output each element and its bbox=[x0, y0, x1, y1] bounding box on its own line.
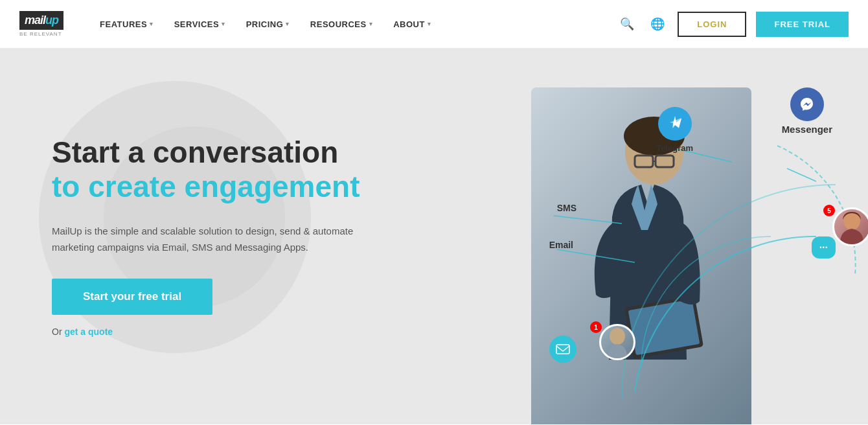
telegram-label: Telegram bbox=[656, 143, 693, 153]
sms-label: SMS bbox=[557, 203, 577, 213]
language-button[interactable]: 🌐 bbox=[647, 14, 668, 34]
email-label: Email bbox=[549, 240, 573, 250]
free-trial-button[interactable]: FREE TRIAL bbox=[756, 12, 849, 37]
hero-illustration: Telegram Messenger SMS Email bbox=[402, 49, 868, 424]
nav-item-features[interactable]: FEATURES ▾ bbox=[89, 0, 164, 49]
nav-item-services[interactable]: SERVICES ▾ bbox=[164, 0, 236, 49]
svg-point-11 bbox=[610, 328, 625, 345]
telegram-icon bbox=[658, 107, 692, 141]
logo-text-mail: mail bbox=[25, 14, 45, 27]
logo[interactable]: mailup BE RELEVANT bbox=[19, 11, 63, 37]
search-icon: 🔍 bbox=[620, 17, 634, 30]
email-icon-bubble bbox=[549, 336, 577, 363]
chevron-down-icon: ▾ bbox=[369, 21, 373, 27]
hero-content: Start a conversation to create engagemen… bbox=[0, 97, 428, 376]
logo-text-up: up bbox=[45, 14, 58, 27]
messenger-icon bbox=[790, 87, 824, 121]
hero-title-line1: Start a conversation bbox=[52, 136, 376, 169]
nav-actions: 🔍 🌐 LOGIN FREE TRIAL bbox=[617, 12, 849, 37]
hero-section: Start a conversation to create engagemen… bbox=[0, 49, 868, 424]
channel-sms: SMS bbox=[557, 203, 577, 213]
avatar-man bbox=[599, 324, 635, 360]
hero-title-line2: to create engagement bbox=[52, 169, 376, 205]
quote-link-area: Or get a quote bbox=[52, 327, 376, 337]
search-button[interactable]: 🔍 bbox=[617, 14, 637, 34]
channel-email: Email bbox=[549, 240, 573, 250]
notification-badge-2: 5 bbox=[823, 205, 835, 216]
nav-item-resources[interactable]: RESOURCES ▾ bbox=[300, 0, 383, 49]
logo-tagline: BE RELEVANT bbox=[19, 31, 63, 37]
hero-cta-button[interactable]: Start your free trial bbox=[52, 279, 212, 315]
get-a-quote-link[interactable]: get a quote bbox=[64, 327, 113, 337]
chat-dots-bubble: ··· bbox=[812, 236, 836, 258]
chevron-down-icon: ▾ bbox=[286, 21, 290, 27]
channel-telegram: Telegram bbox=[656, 107, 693, 153]
svg-line-8 bbox=[787, 168, 816, 181]
globe-icon: 🌐 bbox=[650, 17, 665, 30]
channel-messenger: Messenger bbox=[782, 87, 832, 135]
nav-item-about[interactable]: ABOUT ▾ bbox=[383, 0, 441, 49]
notification-badge-1: 1 bbox=[590, 321, 602, 333]
nav-item-pricing[interactable]: PRICING ▾ bbox=[236, 0, 300, 49]
login-button[interactable]: LOGIN bbox=[678, 12, 746, 37]
chevron-down-icon: ▾ bbox=[428, 21, 431, 27]
person-image bbox=[531, 87, 751, 424]
person-silhouette bbox=[564, 100, 719, 411]
navbar: mailup BE RELEVANT FEATURES ▾ SERVICES ▾… bbox=[0, 0, 868, 49]
hero-description: MailUp is the simple and scalable soluti… bbox=[52, 223, 376, 256]
chevron-down-icon: ▾ bbox=[222, 21, 225, 27]
svg-rect-13 bbox=[556, 345, 569, 354]
chevron-down-icon: ▾ bbox=[150, 21, 154, 27]
logo-box: mailup bbox=[19, 11, 63, 30]
messenger-label: Messenger bbox=[782, 124, 832, 135]
avatar-woman bbox=[832, 207, 868, 246]
nav-links: FEATURES ▾ SERVICES ▾ PRICING ▾ RESOURCE… bbox=[89, 0, 617, 49]
